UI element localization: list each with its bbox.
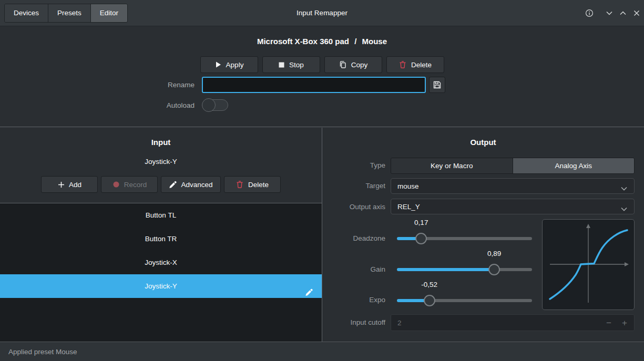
close-icon[interactable]: [632, 9, 641, 17]
stop-icon: [278, 61, 285, 68]
breadcrumb-separator: /: [354, 37, 356, 46]
target-label: Target: [322, 182, 385, 190]
expo-slider[interactable]: -0,52: [397, 281, 532, 305]
status-message: Applied preset Mouse: [8, 348, 77, 356]
add-label: Add: [69, 181, 81, 189]
preset-actions: Apply Stop Copy Delete: [0, 56, 644, 73]
advanced-button[interactable]: Advanced: [161, 176, 220, 193]
rename-label: Rename: [0, 81, 195, 89]
statusbar: Applied preset Mouse: [0, 342, 644, 361]
target-dropdown[interactable]: mouse: [391, 178, 635, 194]
input-remapper-window: Devices Presets Editor Input Remapper Mi…: [0, 0, 644, 361]
pencil-icon: [169, 181, 177, 189]
list-item-button-tr[interactable]: Button TR: [0, 227, 322, 251]
autoload-row: Autoload: [0, 99, 229, 111]
output-axis-value: REL_Y: [397, 203, 420, 211]
deadzone-slider[interactable]: 0,17: [397, 219, 532, 243]
output-panel: Output Type Key or Macro Analog Axis Tar…: [322, 128, 644, 342]
window-title: Input Remapper: [0, 0, 644, 26]
rename-row: Rename: [0, 77, 445, 93]
delete-preset-button[interactable]: Delete: [386, 56, 444, 73]
minus-icon: −: [605, 318, 613, 328]
x-axis-arrow: [625, 262, 629, 266]
edit-pencil-icon[interactable]: [305, 282, 313, 306]
output-panel-title: Output: [322, 138, 644, 147]
info-icon[interactable]: [585, 9, 594, 17]
copy-icon: [339, 60, 347, 69]
slider-handle[interactable]: [415, 233, 427, 244]
stop-label: Stop: [289, 61, 304, 69]
window-controls: [585, 0, 641, 26]
type-label: Type: [322, 161, 385, 169]
plus-icon: +: [620, 318, 629, 328]
transfer-curve-graph: [542, 219, 635, 310]
input-cutoff-spinbox: 2 − +: [391, 314, 635, 331]
record-button: Record: [101, 176, 158, 193]
expo-value: -0,52: [421, 281, 437, 288]
type-option-key-or-macro[interactable]: Key or Macro: [391, 158, 513, 173]
floppy-icon: [433, 80, 442, 89]
mapping-list: Button TL Button TR Joystick-X Joystick-…: [0, 203, 322, 342]
plus-icon: [58, 181, 65, 188]
target-value: mouse: [397, 182, 419, 190]
main-area: Input Joystick-Y Add Record Advanced De: [0, 128, 644, 342]
copy-label: Copy: [351, 61, 368, 69]
autoload-label: Autoload: [0, 101, 195, 109]
chevron-down-icon: [621, 184, 627, 192]
stop-button[interactable]: Stop: [262, 56, 320, 73]
input-cutoff-value: 2: [397, 319, 402, 327]
gain-slider[interactable]: 0,89: [397, 250, 532, 274]
gain-label: Gain: [322, 265, 385, 273]
input-panel-title: Input: [0, 138, 322, 147]
y-axis-arrow: [586, 224, 590, 228]
slider-track[interactable]: [397, 268, 532, 271]
breadcrumb: Microsoft X-Box 360 pad / Mouse: [0, 37, 644, 46]
expo-label: Expo: [322, 296, 385, 304]
trash-icon: [236, 180, 244, 189]
input-actions: Add Record Advanced Delete: [0, 176, 322, 193]
output-axis-dropdown[interactable]: REL_Y: [391, 199, 635, 214]
type-segmented-control: Key or Macro Analog Axis: [391, 158, 635, 174]
add-button[interactable]: Add: [41, 176, 98, 193]
chevron-down-icon: [621, 205, 627, 213]
list-item-joystick-y[interactable]: Joystick-Y: [0, 274, 322, 298]
preset-section: Microsoft X-Box 360 pad / Mouse Apply St…: [0, 27, 644, 127]
input-panel: Input Joystick-Y Add Record Advanced De: [0, 128, 322, 342]
delete-preset-label: Delete: [411, 61, 432, 69]
slider-handle[interactable]: [424, 295, 435, 306]
minimize-icon[interactable]: [605, 9, 614, 17]
advanced-label: Advanced: [181, 181, 212, 189]
gain-value: 0,89: [487, 250, 501, 257]
list-item-button-tl[interactable]: Button TL: [0, 203, 322, 227]
list-item-label: Joystick-Y: [145, 282, 177, 290]
trash-icon: [398, 60, 407, 69]
type-option-analog-axis[interactable]: Analog Axis: [513, 158, 635, 173]
toggle-knob[interactable]: [202, 98, 216, 112]
device-name: Microsoft X-Box 360 pad: [257, 37, 349, 46]
preset-name: Mouse: [362, 37, 387, 46]
input-cutoff-label: Input cutoff: [322, 318, 385, 326]
list-item-joystick-x[interactable]: Joystick-X: [0, 251, 322, 274]
copy-button[interactable]: Copy: [324, 56, 382, 73]
current-input-name: Joystick-Y: [0, 158, 322, 166]
output-axis-label: Output axis: [322, 203, 385, 211]
record-icon: [113, 181, 120, 188]
titlebar: Devices Presets Editor Input Remapper: [0, 0, 644, 26]
apply-button[interactable]: Apply: [200, 56, 258, 73]
deadzone-value: 0,17: [414, 219, 428, 226]
rename-input[interactable]: [202, 77, 426, 93]
autoload-toggle[interactable]: [202, 99, 229, 111]
deadzone-label: Deadzone: [322, 234, 385, 242]
record-label: Record: [124, 181, 147, 189]
maximize-icon[interactable]: [619, 9, 627, 17]
slider-handle[interactable]: [488, 264, 500, 275]
save-rename-button[interactable]: [429, 77, 445, 93]
delete-mapping-button[interactable]: Delete: [224, 176, 281, 193]
play-icon: [214, 61, 222, 68]
slider-track[interactable]: [397, 299, 532, 302]
spin-controls: − +: [605, 315, 629, 332]
apply-label: Apply: [226, 61, 244, 69]
delete-mapping-label: Delete: [248, 181, 269, 189]
